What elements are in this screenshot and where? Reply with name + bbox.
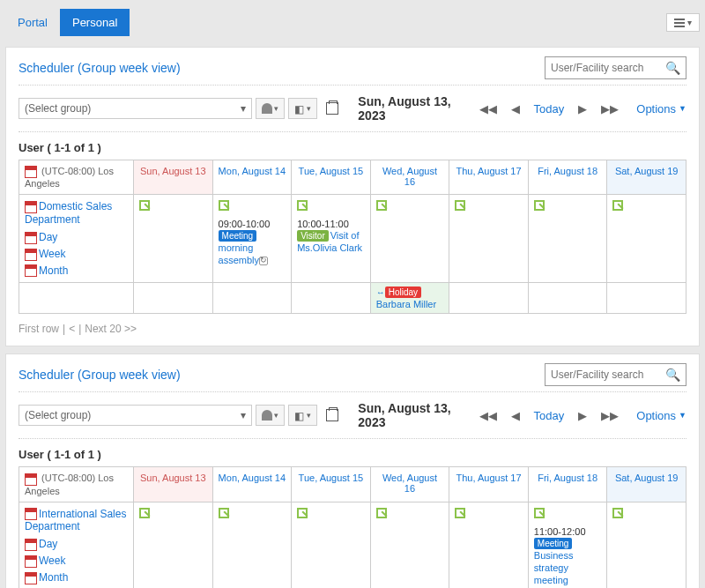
user-link[interactable]: International Sales Department <box>25 508 126 533</box>
panel-title[interactable]: Scheduler (Group week view) <box>19 368 181 382</box>
day-cell[interactable] <box>212 502 292 588</box>
day-header[interactable]: Sat, August 19 <box>607 160 686 195</box>
month-view-link[interactable]: Month <box>39 571 68 584</box>
day-header[interactable]: Thu, August 17 <box>449 467 529 502</box>
day-header[interactable]: Fri, August 18 <box>528 467 607 502</box>
day-header[interactable]: Tue, August 15 <box>292 160 371 195</box>
user-count: User ( 1-1 of 1 ) <box>19 439 686 466</box>
day-view-link[interactable]: Day <box>39 538 57 550</box>
search-icon[interactable]: 🔍 <box>665 61 680 75</box>
prev-week-button[interactable]: ◀◀ <box>474 409 502 422</box>
add-event-icon[interactable] <box>139 200 150 211</box>
add-event-icon[interactable] <box>297 200 308 211</box>
day-header[interactable]: Sat, August 19 <box>607 467 686 502</box>
holiday-link[interactable]: Barbara Miller <box>376 299 436 309</box>
month-view-link[interactable]: Month <box>39 264 68 277</box>
add-event-icon[interactable] <box>297 508 308 518</box>
print-button[interactable] <box>321 98 344 119</box>
add-event-icon[interactable] <box>376 508 387 518</box>
calendar-icon <box>25 508 37 520</box>
holiday-cell <box>212 283 292 314</box>
next-day-button[interactable]: ▶ <box>573 102 592 115</box>
holiday-cell <box>607 283 686 314</box>
group-select[interactable]: (Select group) <box>19 405 252 426</box>
timezone-header: (UTC-08:00) Los Angeles <box>19 160 134 195</box>
search-box[interactable]: 🔍 <box>545 56 686 79</box>
tab-portal[interactable]: Portal <box>5 9 60 36</box>
today-link[interactable]: Today <box>529 102 570 115</box>
org-dropdown-button[interactable]: ▾ <box>288 405 317 426</box>
next-day-button[interactable]: ▶ <box>573 409 592 422</box>
day-cell[interactable] <box>607 502 686 588</box>
day-cell[interactable]: 09:00-10:00Meetingmorning assembly <box>212 195 292 283</box>
group-select[interactable]: (Select group) <box>19 98 252 119</box>
search-icon[interactable]: 🔍 <box>665 368 680 382</box>
day-cell[interactable] <box>370 502 449 588</box>
search-input[interactable] <box>551 62 665 74</box>
user-link[interactable]: Domestic Sales Department <box>25 200 112 226</box>
today-link[interactable]: Today <box>529 409 570 422</box>
layout-menu-button[interactable]: ▾ <box>666 13 700 32</box>
print-button[interactable] <box>321 405 344 426</box>
day-cell[interactable] <box>607 195 686 283</box>
day-cell[interactable] <box>134 195 213 283</box>
day-cell[interactable]: 10:00-11:00VisitorVisit of Ms.Olivia Cla… <box>292 195 371 283</box>
next-week-button[interactable]: ▶▶ <box>596 102 624 115</box>
add-event-icon[interactable] <box>376 200 387 211</box>
event-link[interactable]: morning assembly <box>219 242 259 265</box>
day-cell[interactable] <box>134 502 213 588</box>
add-event-icon[interactable] <box>612 508 623 518</box>
panel-title[interactable]: Scheduler (Group week view) <box>19 61 181 75</box>
day-header[interactable]: Mon, August 14 <box>212 467 292 502</box>
week-view-link[interactable]: Week <box>39 555 65 567</box>
prev-day-button[interactable]: ◀ <box>506 102 525 115</box>
day-cell[interactable] <box>370 195 449 283</box>
holiday-cell <box>528 283 607 314</box>
user-dropdown-button[interactable]: ▾ <box>256 98 285 119</box>
event-link[interactable]: Business strategy meeting <box>534 550 574 585</box>
week-icon <box>25 555 37 568</box>
day-icon <box>25 232 37 244</box>
add-event-icon[interactable] <box>219 200 229 211</box>
day-header[interactable]: Mon, August 14 <box>212 160 292 195</box>
add-event-icon[interactable] <box>534 200 545 211</box>
org-dropdown-button[interactable]: ▾ <box>288 98 317 119</box>
tab-personal[interactable]: Personal <box>60 9 130 36</box>
add-event-icon[interactable] <box>612 200 623 211</box>
month-icon <box>25 264 37 277</box>
add-event-icon[interactable] <box>219 508 229 518</box>
day-header[interactable]: Wed, August 16 <box>370 467 449 502</box>
search-box[interactable]: 🔍 <box>545 363 686 386</box>
day-cell[interactable] <box>292 502 371 588</box>
day-cell[interactable] <box>528 195 607 283</box>
prev-day-button[interactable]: ◀ <box>506 409 525 422</box>
holiday-cell: ↔HolidayBarbara Miller <box>370 283 449 314</box>
day-cell[interactable] <box>449 195 529 283</box>
add-event-icon[interactable] <box>139 508 150 518</box>
tree-icon <box>294 410 305 421</box>
day-header[interactable]: Tue, August 15 <box>292 467 371 502</box>
day-header[interactable]: Sun, August 13 <box>134 467 213 502</box>
span-icon: ↔ <box>376 287 385 297</box>
next-week-button[interactable]: ▶▶ <box>596 409 624 422</box>
options-dropdown[interactable]: Options ▼ <box>636 409 686 422</box>
event-tag: Meeting <box>534 538 573 549</box>
add-event-icon[interactable] <box>455 508 465 518</box>
day-cell[interactable]: 11:00-12:00MeetingBusiness strategy meet… <box>528 502 607 588</box>
day-header[interactable]: Thu, August 17 <box>449 160 529 195</box>
prev-page: <|Next 20 >> <box>69 323 137 335</box>
add-event-icon[interactable] <box>455 200 465 211</box>
week-icon <box>25 249 37 261</box>
day-cell[interactable] <box>449 502 529 588</box>
day-header[interactable]: Fri, August 18 <box>528 160 607 195</box>
day-view-link[interactable]: Day <box>39 231 57 243</box>
add-event-icon[interactable] <box>534 508 545 518</box>
day-header[interactable]: Sun, August 13 <box>134 160 213 195</box>
search-input[interactable] <box>551 368 665 381</box>
prev-week-button[interactable]: ◀◀ <box>474 102 502 115</box>
user-dropdown-button[interactable]: ▾ <box>256 405 285 426</box>
week-view-link[interactable]: Week <box>39 248 65 260</box>
options-dropdown[interactable]: Options ▼ <box>636 102 686 115</box>
holiday-cell <box>449 283 529 314</box>
day-header[interactable]: Wed, August 16 <box>370 160 449 195</box>
